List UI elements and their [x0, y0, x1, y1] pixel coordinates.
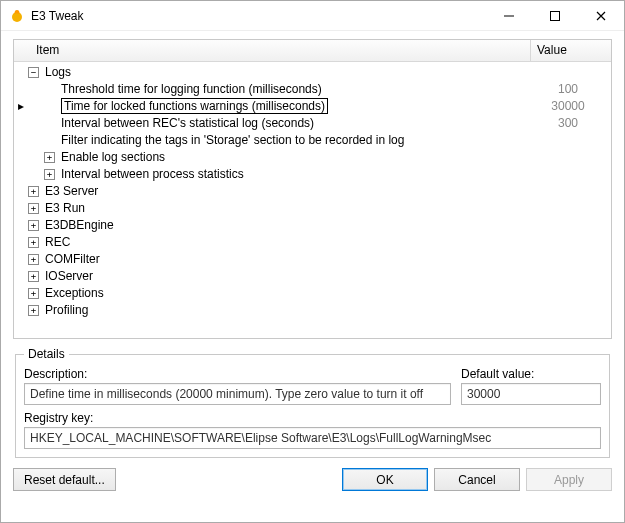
tree-row[interactable]: +E3 Server	[14, 183, 611, 200]
tree-header: Item Value	[14, 40, 611, 62]
tree-row[interactable]: +Interval between process statistics	[14, 166, 611, 183]
svg-point-0	[12, 12, 22, 22]
tree-row[interactable]: −Logs	[14, 64, 611, 81]
expand-icon[interactable]: +	[28, 203, 39, 214]
expand-placeholder	[44, 84, 55, 95]
expand-icon[interactable]: +	[44, 152, 55, 163]
tree-row[interactable]: +E3 Run	[14, 200, 611, 217]
tree-row-label: Filter indicating the tags in 'Storage' …	[59, 132, 531, 149]
column-header-item[interactable]: Item	[14, 40, 531, 61]
details-group: Details Description: Define time in mill…	[15, 347, 610, 458]
tree-row-label: E3 Run	[43, 200, 531, 217]
tree-row-label: REC	[43, 234, 531, 251]
expand-icon[interactable]: +	[28, 237, 39, 248]
description-label: Description:	[24, 367, 451, 381]
expand-icon[interactable]: +	[28, 186, 39, 197]
tree-row[interactable]: +REC	[14, 234, 611, 251]
tree-row-label: Profiling	[43, 302, 531, 319]
tree-row-label: Enable log sections	[59, 149, 531, 166]
tree-row-label: IOServer	[43, 268, 531, 285]
description-value: Define time in milliseconds (20000 minim…	[24, 383, 451, 405]
svg-rect-2	[551, 11, 560, 20]
expand-icon[interactable]: +	[28, 305, 39, 316]
expand-icon[interactable]: +	[28, 271, 39, 282]
ok-button[interactable]: OK	[342, 468, 428, 491]
title-bar: E3 Tweak	[1, 1, 624, 31]
tree-row[interactable]: ▸ Time for locked functions warnings (mi…	[14, 98, 611, 115]
default-value-label: Default value:	[461, 367, 601, 381]
minimize-button[interactable]	[486, 1, 532, 31]
settings-tree[interactable]: Item Value −Logs Threshold time for logg…	[13, 39, 612, 339]
tree-row[interactable]: +IOServer	[14, 268, 611, 285]
row-indicator-icon: ▸	[14, 98, 28, 115]
cancel-button[interactable]: Cancel	[434, 468, 520, 491]
tree-row-value: 100	[531, 81, 611, 98]
expand-icon[interactable]: +	[44, 169, 55, 180]
default-value: 30000	[461, 383, 601, 405]
tree-row-label: COMFilter	[43, 251, 531, 268]
tree-row-label: Interval between REC's statistical log (…	[59, 115, 531, 132]
expand-icon[interactable]: +	[28, 254, 39, 265]
tree-row[interactable]: +Profiling	[14, 302, 611, 319]
tree-row-value: 300	[531, 115, 611, 132]
tree-row[interactable]: +Enable log sections	[14, 149, 611, 166]
svg-rect-1	[504, 15, 514, 16]
expand-icon[interactable]: +	[28, 220, 39, 231]
window-title: E3 Tweak	[31, 9, 83, 23]
tree-row-label: E3DBEngine	[43, 217, 531, 234]
tree-row[interactable]: +Exceptions	[14, 285, 611, 302]
app-icon	[9, 8, 25, 24]
tree-row-label: Threshold time for logging function (mil…	[59, 81, 531, 98]
tree-row[interactable]: Threshold time for logging function (mil…	[14, 81, 611, 98]
collapse-icon[interactable]: −	[28, 67, 39, 78]
registry-key-label: Registry key:	[24, 411, 601, 425]
maximize-button[interactable]	[532, 1, 578, 31]
tree-row-label: Interval between process statistics	[59, 166, 531, 183]
tree-row[interactable]: +E3DBEngine	[14, 217, 611, 234]
tree-row[interactable]: Interval between REC's statistical log (…	[14, 115, 611, 132]
expand-placeholder	[44, 101, 55, 112]
tree-row-label: E3 Server	[43, 183, 531, 200]
dialog-button-bar: Reset default... OK Cancel Apply	[1, 458, 624, 501]
registry-key-value: HKEY_LOCAL_MACHINE\SOFTWARE\Elipse Softw…	[24, 427, 601, 449]
apply-button: Apply	[526, 468, 612, 491]
column-header-value[interactable]: Value	[531, 40, 611, 61]
tree-row-label: Time for locked functions warnings (mill…	[59, 98, 531, 115]
details-legend: Details	[24, 347, 69, 361]
tree-row-label: Exceptions	[43, 285, 531, 302]
close-button[interactable]	[578, 1, 624, 31]
expand-placeholder	[44, 118, 55, 129]
expand-placeholder	[44, 135, 55, 146]
expand-icon[interactable]: +	[28, 288, 39, 299]
reset-default-button[interactable]: Reset default...	[13, 468, 116, 491]
tree-row-value: 30000	[531, 98, 611, 115]
tree-row-label: Logs	[43, 64, 531, 81]
tree-row[interactable]: +COMFilter	[14, 251, 611, 268]
tree-row[interactable]: Filter indicating the tags in 'Storage' …	[14, 132, 611, 149]
